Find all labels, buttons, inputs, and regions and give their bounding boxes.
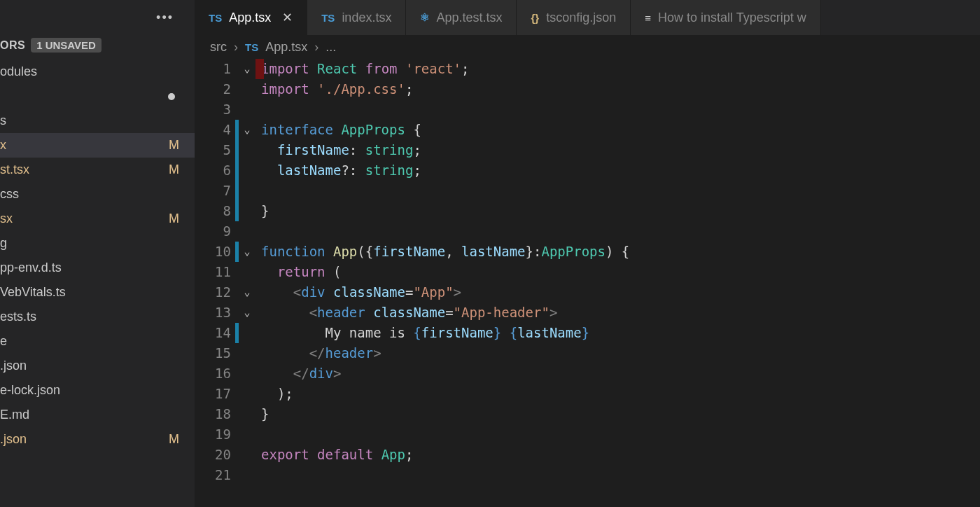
file-tree-item[interactable]: .jsonM [0, 427, 195, 452]
editor-tab[interactable]: TSindex.tsx [307, 0, 406, 35]
fold-toggle-icon [239, 445, 255, 465]
code-line[interactable]: 6 lastName?: string; [195, 160, 980, 181]
file-tree-item-label: pp-env.d.ts [0, 261, 62, 275]
code-line[interactable]: 12⌄ <div className="App"> [195, 282, 980, 303]
file-tree-item[interactable]: ests.ts [0, 305, 195, 329]
code-line[interactable]: 18} [195, 404, 980, 424]
code-content[interactable] [255, 99, 980, 120]
fold-toggle-icon [239, 465, 255, 485]
line-number: 14 [195, 323, 235, 343]
code-line[interactable]: 20export default App; [195, 445, 980, 465]
git-status-letter: M [169, 138, 179, 153]
file-tree-item-label: E.md [0, 408, 29, 422]
code-content[interactable]: <div className="App"> [255, 282, 980, 303]
code-line[interactable]: 7 [195, 181, 980, 201]
code-line[interactable]: 1⌄import React from 'react'; [195, 59, 980, 79]
code-content[interactable]: ); [255, 384, 980, 404]
fold-toggle-icon[interactable]: ⌄ [239, 59, 255, 79]
fold-toggle-icon [239, 160, 255, 181]
code-content[interactable] [255, 221, 980, 242]
tab-bar: TSApp.tsx✕TSindex.tsx⚛App.test.tsx{}tsco… [195, 0, 980, 35]
code-line[interactable]: 14 My name is {firstName} {lastName} [195, 323, 980, 343]
code-line[interactable]: 5 firstName: string; [195, 140, 980, 160]
code-line[interactable]: 19 [195, 424, 980, 445]
code-content[interactable] [255, 181, 980, 201]
code-content[interactable]: import React from 'react'; [255, 59, 980, 79]
code-content[interactable] [255, 424, 980, 445]
file-tree-item[interactable]: e-lock.json [0, 378, 195, 403]
code-line[interactable]: 13⌄ <header className="App-header"> [195, 303, 980, 323]
fold-toggle-icon[interactable]: ⌄ [239, 282, 255, 303]
file-tree-item[interactable]: xM [0, 133, 195, 158]
code-line[interactable]: 11 return ( [195, 262, 980, 282]
editor-tab[interactable]: ≡How to install Typescript w [631, 0, 821, 35]
code-content[interactable]: import './App.css'; [255, 79, 980, 99]
code-line[interactable]: 17 ); [195, 384, 980, 404]
close-icon[interactable]: ✕ [282, 10, 293, 25]
code-content[interactable]: My name is {firstName} {lastName} [255, 323, 980, 343]
line-number: 12 [195, 282, 235, 303]
code-content[interactable]: </header> [255, 343, 980, 363]
file-tree-item[interactable] [0, 84, 195, 109]
code-content[interactable] [255, 465, 980, 485]
file-tree-item[interactable]: odules [0, 60, 195, 84]
code-line[interactable]: 4⌄interface AppProps { [195, 120, 980, 140]
tab-label: App.tsx [229, 11, 271, 25]
md-file-icon: ≡ [645, 12, 651, 24]
fold-toggle-icon[interactable]: ⌄ [239, 303, 255, 323]
code-line[interactable]: 15 </header> [195, 343, 980, 363]
code-content[interactable]: } [255, 404, 980, 424]
line-number: 6 [195, 160, 235, 181]
more-icon[interactable]: ••• [156, 11, 174, 25]
code-content[interactable]: </div> [255, 363, 980, 384]
file-tree-item[interactable]: st.tsxM [0, 158, 195, 182]
code-line[interactable]: 3 [195, 99, 980, 120]
chevron-right-icon: › [234, 40, 238, 55]
file-tree-item-label: g [0, 236, 7, 251]
code-content[interactable]: lastName?: string; [255, 160, 980, 181]
file-tree-item[interactable]: E.md [0, 403, 195, 427]
code-line[interactable]: 9 [195, 221, 980, 242]
file-tree-item[interactable]: g [0, 231, 195, 256]
line-number: 19 [195, 424, 235, 445]
file-tree-item[interactable]: VebVitals.ts [0, 280, 195, 305]
file-tree-item-label: e [0, 334, 7, 349]
code-content[interactable]: interface AppProps { [255, 120, 980, 140]
code-content[interactable]: export default App; [255, 445, 980, 465]
fold-toggle-icon[interactable]: ⌄ [239, 242, 255, 262]
code-line[interactable]: 8} [195, 201, 980, 221]
ts-file-icon: TS [245, 41, 258, 53]
file-tree-item[interactable]: .json [0, 354, 195, 378]
git-status-letter: M [169, 211, 179, 226]
file-tree-item[interactable]: e [0, 329, 195, 354]
code-content[interactable]: return ( [255, 262, 980, 282]
error-marker-icon [255, 59, 264, 79]
open-editors-label: ORS [0, 39, 25, 52]
code-content[interactable]: function App({firstName, lastName}:AppPr… [255, 242, 980, 262]
file-tree-item[interactable]: sxM [0, 207, 195, 231]
code-line[interactable]: 16 </div> [195, 363, 980, 384]
breadcrumb[interactable]: src › TS App.tsx › ... [195, 35, 980, 59]
breadcrumb-file: App.tsx [265, 40, 307, 55]
dirty-dot-icon [168, 93, 175, 100]
editor-tab[interactable]: TSApp.tsx✕ [195, 0, 307, 35]
code-line[interactable]: 2import './App.css'; [195, 79, 980, 99]
file-tree-item[interactable]: s [0, 109, 195, 133]
file-tree-item[interactable]: pp-env.d.ts [0, 256, 195, 280]
code-line[interactable]: 10⌄function App({firstName, lastName}:Ap… [195, 242, 980, 262]
editor-tab[interactable]: {}tsconfig.json [517, 0, 631, 35]
code-content[interactable]: firstName: string; [255, 140, 980, 160]
line-number: 17 [195, 384, 235, 404]
code-editor[interactable]: 1⌄import React from 'react';2import './A… [195, 59, 980, 507]
editor-tab[interactable]: ⚛App.test.tsx [406, 0, 517, 35]
code-content[interactable]: } [255, 201, 980, 221]
fold-toggle-icon [239, 140, 255, 160]
file-tree-item-label: css [0, 187, 19, 202]
fold-toggle-icon [239, 424, 255, 445]
line-number: 1 [195, 59, 235, 79]
fold-toggle-icon[interactable]: ⌄ [239, 120, 255, 140]
open-editors-header[interactable]: ORS 1 UNSAVED [0, 35, 195, 55]
code-line[interactable]: 21 [195, 465, 980, 485]
file-tree-item[interactable]: css [0, 182, 195, 207]
code-content[interactable]: <header className="App-header"> [255, 303, 980, 323]
